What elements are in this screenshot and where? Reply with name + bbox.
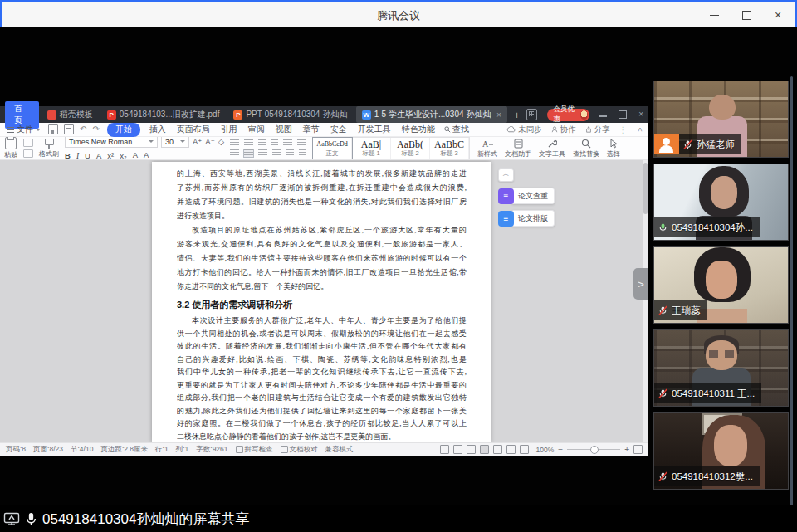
align-right-icon[interactable] bbox=[258, 149, 267, 157]
subscript-button[interactable]: x₂ bbox=[120, 151, 126, 160]
menu-tab-references[interactable]: 引用 bbox=[219, 123, 239, 136]
promo-button[interactable]: 会员优惠 bbox=[547, 109, 590, 121]
menu-tab-security[interactable]: 安全 bbox=[329, 123, 349, 136]
spellcheck-toggle[interactable]: 拼写检查 bbox=[236, 445, 273, 455]
more-menu-icon[interactable]: ⋮ bbox=[619, 125, 628, 134]
participant-tile[interactable]: 王瑞蕊 bbox=[653, 246, 789, 324]
outline-view-icon[interactable] bbox=[493, 445, 502, 454]
page-view-icon[interactable] bbox=[480, 445, 489, 454]
paste-button[interactable]: 粘贴 bbox=[4, 137, 17, 159]
fit-page-icon[interactable] bbox=[633, 445, 643, 454]
paper-check-button[interactable]: ≡ 论文查重 bbox=[498, 188, 555, 204]
participants-scrollbar[interactable] bbox=[790, 76, 793, 508]
collaborate-button[interactable]: 协作 bbox=[551, 124, 576, 135]
read-layout-icon[interactable] bbox=[453, 445, 462, 454]
paper-format-button[interactable]: ≡ 论文排版 bbox=[498, 210, 555, 227]
proofing-toggle[interactable]: 文档校对 bbox=[281, 445, 318, 455]
doc-assistant-button[interactable]: 文档助手 bbox=[505, 139, 531, 159]
text-effects-icon[interactable]: ◇ bbox=[218, 137, 224, 146]
save-icon[interactable] bbox=[48, 124, 58, 134]
collapse-doc-tools-button[interactable]: ︿ bbox=[498, 168, 514, 182]
italic-button[interactable]: I bbox=[76, 152, 79, 160]
fullscreen-view-icon[interactable] bbox=[440, 445, 449, 454]
style-heading2[interactable]: AaBb( 标题 2 bbox=[391, 138, 430, 159]
minimize-button[interactable] bbox=[709, 9, 721, 21]
superscript-button[interactable]: x² bbox=[107, 151, 114, 160]
new-style-button[interactable]: A 新样式 bbox=[477, 139, 497, 159]
menu-tab-dev-tools[interactable]: 开发工具 bbox=[356, 123, 393, 136]
zoom-slider[interactable] bbox=[567, 449, 620, 451]
menu-tab-special[interactable]: 特色功能 bbox=[400, 123, 437, 136]
strikethrough-button[interactable]: A bbox=[96, 151, 101, 160]
wps-restore-button[interactable] bbox=[619, 110, 627, 119]
menu-tab-section[interactable]: 章节 bbox=[301, 123, 321, 136]
zoom-in-button[interactable]: + bbox=[624, 446, 629, 453]
style-normal[interactable]: AaBbCcDd 正文 bbox=[313, 138, 352, 159]
collapse-ribbon-icon[interactable]: > bbox=[635, 127, 643, 131]
select-button[interactable]: 选择 bbox=[607, 139, 620, 159]
align-center-icon[interactable] bbox=[244, 149, 253, 157]
wps-ppt-tab[interactable]: P PPT-054918410304-孙灿灿 bbox=[227, 106, 353, 123]
style-heading3[interactable]: AaBbC 标题 3 bbox=[430, 138, 469, 159]
zoom-slider-knob[interactable] bbox=[590, 446, 599, 454]
cut-icon[interactable] bbox=[23, 139, 33, 147]
outdent-icon[interactable] bbox=[258, 139, 266, 147]
apps-grid-icon[interactable] bbox=[526, 109, 536, 120]
scrollbar-thumb[interactable] bbox=[643, 163, 648, 214]
align-left-icon[interactable] bbox=[230, 149, 239, 157]
sort-icon[interactable] bbox=[283, 139, 292, 147]
wps-docer-tab[interactable]: 稻壳模板 bbox=[42, 106, 99, 123]
justify-icon[interactable] bbox=[272, 149, 281, 157]
document-scrollbar[interactable] bbox=[643, 160, 648, 442]
participant-tile[interactable]: 054918410304孙... bbox=[653, 164, 789, 241]
find-replace-button[interactable]: 查找替换 bbox=[573, 139, 599, 159]
wps-doc-tab-active[interactable]: W 1-5 学生毕业设计...0304-孙灿灿 × bbox=[356, 106, 507, 123]
participant-tile[interactable]: 054918410312樊... bbox=[653, 412, 789, 490]
participant-tile[interactable]: 054918410311 王... bbox=[653, 329, 789, 407]
menu-tab-home[interactable]: 开始 bbox=[107, 123, 140, 137]
find-command[interactable]: 查找 bbox=[444, 124, 469, 135]
undo-icon[interactable]: ↶ bbox=[80, 125, 86, 134]
web-layout-icon[interactable] bbox=[506, 445, 516, 454]
shading-icon[interactable] bbox=[299, 149, 306, 157]
text-tools-button[interactable]: 文字工具 bbox=[539, 139, 565, 159]
new-tab-button[interactable]: + bbox=[510, 109, 525, 121]
zoom-level[interactable]: 100% bbox=[536, 446, 555, 454]
menu-tab-page-layout[interactable]: 页面布局 bbox=[175, 123, 212, 136]
font-size-select[interactable]: 30 bbox=[161, 137, 189, 148]
maximize-button[interactable] bbox=[741, 9, 752, 21]
file-menu[interactable]: 文件 bbox=[7, 124, 41, 135]
close-button[interactable]: × bbox=[772, 9, 784, 21]
print-icon[interactable] bbox=[64, 124, 74, 134]
style-heading1[interactable]: AaB| 标题 1 bbox=[352, 138, 391, 159]
indent-icon[interactable] bbox=[271, 139, 278, 147]
underline-button[interactable]: U bbox=[85, 151, 90, 160]
document-page[interactable]: 的上海、西安等地,西湖美景、沿线长江,随着城市的发展,很多新建筑品牌的走进 了苏… bbox=[152, 162, 491, 442]
bullet-list-icon[interactable] bbox=[230, 139, 239, 147]
decrease-font-icon[interactable]: A⁻ bbox=[205, 137, 214, 146]
participant-tile[interactable]: 孙猛老师 bbox=[653, 81, 789, 158]
font-family-select[interactable]: Times New Roman bbox=[65, 137, 158, 148]
write-mode-icon[interactable] bbox=[467, 445, 476, 454]
eye-protect-icon[interactable] bbox=[520, 445, 529, 454]
bold-button[interactable]: B bbox=[65, 151, 71, 160]
zoom-out-button[interactable]: − bbox=[558, 446, 563, 453]
format-painter-button[interactable]: 格式刷 bbox=[39, 138, 59, 159]
menu-tab-insert[interactable]: 插入 bbox=[148, 123, 168, 136]
menu-tab-review[interactable]: 审阅 bbox=[247, 123, 266, 136]
wps-close-button[interactable]: × bbox=[638, 110, 643, 119]
tab-close-icon[interactable]: × bbox=[496, 110, 501, 120]
font-color-button[interactable]: A bbox=[144, 150, 149, 160]
copy-icon[interactable] bbox=[23, 149, 33, 158]
highlight-color-button[interactable]: A bbox=[133, 150, 138, 160]
menu-tab-view[interactable]: 视图 bbox=[274, 123, 294, 136]
numbered-list-icon[interactable] bbox=[244, 139, 253, 147]
share-button[interactable]: 分享 bbox=[585, 124, 610, 135]
show-marks-icon[interactable] bbox=[297, 139, 306, 147]
sidebar-collapse-handle[interactable]: > bbox=[633, 268, 648, 300]
cloud-sync-status[interactable]: 未同步 bbox=[506, 124, 542, 135]
compat-mode-indicator[interactable]: 兼容模式 bbox=[325, 445, 354, 455]
wps-pdf-tab[interactable]: P 0549184103...旧改扩建.pdf bbox=[101, 106, 226, 123]
wps-minimize-button[interactable] bbox=[599, 115, 607, 117]
increase-font-icon[interactable]: A⁺ bbox=[193, 137, 202, 146]
